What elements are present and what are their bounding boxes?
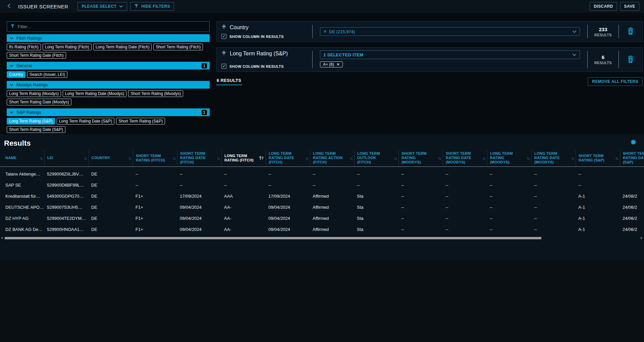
filter-section-header-general[interactable]: General1 xyxy=(7,62,210,69)
table-cell: 5299006ZIILJ6V… xyxy=(44,172,89,177)
column-header-long-term-rating-moodys[interactable]: LONG TERM RATING (MOODYS)↑↓ xyxy=(487,150,531,166)
remove-value-icon[interactable]: ✕ xyxy=(336,62,340,67)
column-header-short-term-rating-date-moodys[interactable]: SHORT TERM RATING DATE (MOODYS)↑↓ xyxy=(443,150,487,166)
back-button[interactable] xyxy=(5,2,13,11)
sort-icon[interactable]: ↑↓ xyxy=(172,156,175,161)
table-cell: -- xyxy=(310,172,354,177)
table-cell: -- xyxy=(443,227,487,232)
sort-icon[interactable]: ↑↓ xyxy=(394,156,396,161)
table-row[interactable]: SAP SE529900D6BF99L…DE------------------… xyxy=(0,180,644,191)
sort-icon[interactable]: ↑↓ xyxy=(217,156,219,161)
filter-chip-short-term-rating-moodys[interactable]: Short Term Rating (Moodys) xyxy=(128,90,183,97)
sort-icon[interactable]: ↑↓ xyxy=(350,156,352,161)
filter-chip-group: CountrySearch (Issuer, LEI) xyxy=(7,69,210,79)
sort-icon[interactable]: ↑↓ xyxy=(305,156,308,161)
table-row[interactable]: DEUTSCHE APO…5299007S3UH5…DEF1+09/04/202… xyxy=(0,202,644,213)
filter-chip-search-issuer-lei[interactable]: Search (Issuer, LEI) xyxy=(27,71,67,78)
filter-funnel-icon xyxy=(134,4,139,9)
show-column-checkbox[interactable] xyxy=(221,64,226,69)
drag-handle-icon[interactable] xyxy=(221,50,226,57)
results-table: NAME↑↓LEI↑↓COUNTRY↑↓SHORT TERM RATING (F… xyxy=(0,150,644,235)
column-header-short-term-rating-moodys[interactable]: SHORT TERM RATING (MOODYS)↑↓ xyxy=(398,150,443,166)
scroll-right-arrow[interactable] xyxy=(641,237,642,239)
table-settings-button[interactable] xyxy=(630,139,637,146)
remove-all-filters-button[interactable]: REMOVE ALL FILTERS xyxy=(588,77,643,86)
table-row[interactable]: Talanx Aktienge…5299006ZIILJ6V…DE-------… xyxy=(0,168,644,180)
column-header-short-term-rating-date-fitch[interactable]: SHORT TERM RATING DATE (FITCH)↑↓ xyxy=(177,150,221,166)
column-header-country[interactable]: COUNTRY↑↓ xyxy=(89,150,133,166)
filter-chip-long-term-rating-date-fitch[interactable]: Long Term Rating Date (Fitch) xyxy=(93,44,152,50)
column-header-name[interactable]: NAME↑↓ xyxy=(0,150,44,166)
table-row[interactable]: DZ BANK AG De…529900HNOAA1…DEF1+09/04/20… xyxy=(0,224,644,235)
column-header-label: SHORT TERM RATING DATE (MOODYS) xyxy=(446,151,478,164)
table-row[interactable]: DZ HYP AG5299004TE2DYM…DEF1+09/04/2024AA… xyxy=(0,213,644,224)
remove-value-icon[interactable]: ✕ xyxy=(323,29,327,34)
filter-chip-short-term-rating-date-moodys[interactable]: Short Term Rating Date (Moodys) xyxy=(7,99,71,105)
filter-chip-short-term-rating-fitch[interactable]: Short Term Rating (Fitch) xyxy=(153,44,203,50)
sort-icon[interactable]: ↑↓ xyxy=(571,156,574,161)
save-button[interactable]: SAVE xyxy=(620,2,639,11)
filter-chip-long-term-rating-date-s-p[interactable]: Long Term Rating Date (S&P) xyxy=(57,118,115,125)
rating-values-dropdown[interactable]: 1 SELECTED ITEM xyxy=(320,50,580,59)
column-header-long-term-rating-date-fitch[interactable]: LONG TERM RATING DATE (FITCH)↑↓ xyxy=(266,150,310,166)
table-cell: Affirmed xyxy=(310,194,354,199)
selected-value-chip[interactable]: A+ (6) ✕ xyxy=(320,61,343,67)
discard-button[interactable]: DISCARD xyxy=(590,2,617,11)
show-column-checkbox[interactable] xyxy=(221,34,226,39)
filter-chip-long-term-rating-moodys[interactable]: Long Term Rating (Moodys) xyxy=(7,90,61,97)
filter-chip-short-term-rating-s-p[interactable]: Short Term Rating (S&P) xyxy=(116,118,165,125)
scrollbar-thumb[interactable] xyxy=(5,237,541,239)
table-cell: 529900D6BF99L… xyxy=(44,183,89,188)
sort-icon[interactable]: ↑↓ xyxy=(482,156,485,161)
table-cell: A-1 xyxy=(576,194,620,199)
sort-icon[interactable]: ↑↓ xyxy=(615,156,618,161)
sort-icon[interactable]: ↑↓ xyxy=(128,156,131,161)
column-header-short-term-rating-date-s-p[interactable]: SHORT TERM RATING DATE (S&P)↑↓ xyxy=(620,150,644,166)
results-header: Results xyxy=(0,134,644,148)
view-select-dropdown[interactable]: PLEASE SELECT xyxy=(77,2,127,11)
scroll-left-arrow[interactable] xyxy=(1,237,3,239)
filter-chip-short-term-rating-date-fitch[interactable]: Short Term Rating Date (Fitch) xyxy=(7,52,66,59)
sort-icon[interactable]: ↑↓ xyxy=(84,156,87,161)
table-row[interactable]: Kreditanstalt für…549300GDPG70…DEF1+17/0… xyxy=(0,191,644,202)
column-header-long-term-rating-fitch[interactable]: LONG TERM RATING (FITCH) xyxy=(221,150,266,166)
filter-input[interactable] xyxy=(18,24,206,29)
filter-chip-long-term-rating-s-p[interactable]: Long Term Rating (S&P) xyxy=(7,118,55,125)
column-header-label: NAME xyxy=(5,156,16,160)
filter-chip-long-term-rating-fitch[interactable]: Long Term Rating (Fitch) xyxy=(43,44,92,50)
column-header-short-term-rating-fitch[interactable]: SHORT TERM RATING (FITCH)↑↓ xyxy=(133,150,177,166)
table-cell: 24/06/2 xyxy=(620,205,644,210)
filter-chip-group: Long Term Rating (S&P)Long Term Rating D… xyxy=(7,116,210,134)
delete-filter-button[interactable] xyxy=(619,24,642,39)
results-count-tab[interactable]: 6 RESULTS xyxy=(216,77,242,85)
selected-value-label: DE (215,974) xyxy=(329,29,355,34)
filter-section-header-s-p-ratings[interactable]: S&P Ratings1 xyxy=(7,108,210,116)
table-cell: Sta xyxy=(354,194,398,199)
filter-section-header-fitch-ratings[interactable]: Fitch Ratings xyxy=(7,34,210,42)
table-cell: -- xyxy=(266,183,310,188)
sort-icon[interactable]: ↑↓ xyxy=(527,156,529,161)
delete-filter-button[interactable] xyxy=(619,50,642,69)
sort-icon[interactable]: ↑↓ xyxy=(438,156,441,161)
filter-results-count: 233 xyxy=(599,27,607,32)
sidebar-filter-box xyxy=(7,21,210,32)
hide-filters-button[interactable]: HIDE FILTERS xyxy=(130,2,174,11)
table-cell: -- xyxy=(443,172,487,177)
drag-handle-icon[interactable] xyxy=(221,24,226,31)
sort-ascending-icon[interactable] xyxy=(259,156,264,161)
column-header-short-term-rating-s-p[interactable]: SHORT TERM RATING (S&P)↑↓ xyxy=(576,150,620,166)
column-header-long-term-outlook-fitch[interactable]: LONG TERM OUTLOOK (FITCH)↑↓ xyxy=(354,150,398,166)
filter-section-header-moodys-ratings[interactable]: Moodys Ratings xyxy=(7,81,210,89)
country-values-dropdown[interactable]: ✕ DE (215,974) xyxy=(320,27,580,36)
filter-chip-country[interactable]: Country xyxy=(7,71,25,78)
column-header-lei[interactable]: LEI↑↓ xyxy=(44,150,89,166)
filter-chip-short-term-rating-date-s-p[interactable]: Short Term Rating Date (S&P) xyxy=(7,126,65,133)
column-header-long-term-rating-action-fitch[interactable]: LONG TERM RATING ACTION (FITCH)↑↓ xyxy=(310,150,354,166)
sort-icon[interactable]: ↑↓ xyxy=(40,156,42,161)
table-cell: F1+ xyxy=(133,227,177,232)
chevron-left-icon xyxy=(6,3,12,10)
filter-chip-ifs-rating-fitch[interactable]: Ifs Rating (Fitch) xyxy=(7,44,41,50)
table-cell: F1+ xyxy=(133,205,177,210)
filter-chip-long-term-rating-date-moodys[interactable]: Long Term Rating Date (Moodys) xyxy=(63,90,127,97)
column-header-long-term-rating-date-moodys[interactable]: LONG TERM RATING DATE (MOODYS)↑↓ xyxy=(531,150,576,166)
